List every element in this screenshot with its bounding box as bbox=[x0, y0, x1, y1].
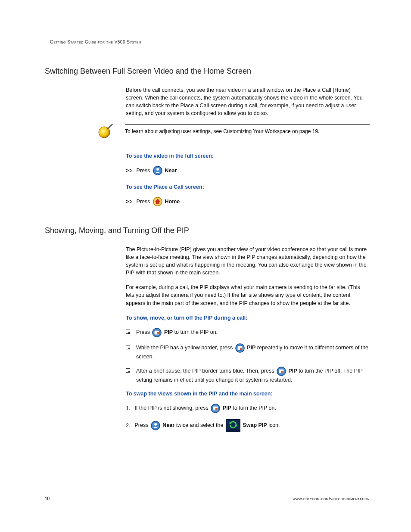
running-header: Getting Started Guide for the V500 Syste… bbox=[50, 40, 370, 44]
svg-rect-11 bbox=[240, 348, 242, 350]
pushpin-icon bbox=[97, 123, 114, 140]
task-heading-placecall: To see the Place a Call screen: bbox=[126, 183, 370, 191]
pip-paragraph-2: For example, during a call, the PIP disp… bbox=[126, 283, 370, 307]
pip-label: PIP bbox=[223, 405, 231, 411]
list-item: 2. Press Near twice and select the Swap … bbox=[126, 419, 370, 432]
svg-rect-14 bbox=[281, 371, 283, 373]
list-item: After a brief pause, the PIP border turn… bbox=[126, 367, 370, 384]
svg-point-2 bbox=[111, 124, 113, 125]
text: to turn the PIP on. bbox=[173, 329, 218, 335]
pip-button-icon bbox=[235, 343, 245, 353]
near-label: Near bbox=[162, 422, 174, 428]
note-callout: To learn about adjusting user settings, … bbox=[97, 124, 370, 140]
home-label: Home bbox=[165, 198, 180, 205]
near-label: Near bbox=[165, 167, 177, 174]
list-number: 1. bbox=[126, 404, 130, 413]
pip-paragraph-1: The Picture-in-Picture (PIP) gives you a… bbox=[126, 246, 370, 277]
checklist-pip: Press PIP to turn the PIP on. While the … bbox=[126, 328, 370, 384]
pip-button-icon bbox=[277, 367, 286, 376]
chevron-icon: >> bbox=[126, 167, 133, 174]
text: Press bbox=[134, 422, 149, 428]
svg-rect-8 bbox=[157, 332, 159, 334]
checkbox-icon bbox=[126, 330, 130, 334]
text: icon. bbox=[267, 422, 280, 428]
svg-point-19 bbox=[154, 423, 157, 426]
near-button-icon bbox=[151, 421, 160, 430]
swap-pip-label: Swap PIP bbox=[243, 422, 267, 428]
text: While the PIP has a yellow border, press bbox=[136, 345, 234, 351]
text: After a brief pause, the PIP border turn… bbox=[136, 368, 276, 374]
page-number: 10 bbox=[45, 496, 50, 501]
svg-point-4 bbox=[156, 168, 159, 171]
home-button-icon bbox=[153, 197, 162, 206]
note-text: To learn about adjusting user settings, … bbox=[125, 128, 319, 134]
numbered-list-swap: 1. If the PIP is not showing, press PIP … bbox=[126, 404, 370, 432]
svg-line-1 bbox=[108, 124, 112, 129]
intro-paragraph: Before the call connects, you see the ne… bbox=[126, 86, 370, 118]
press-label: Press bbox=[137, 198, 150, 205]
list-item: While the PIP has a yellow border, press… bbox=[126, 343, 370, 361]
list-item: 1. If the PIP is not showing, press PIP … bbox=[126, 404, 370, 413]
pip-label: PIP bbox=[247, 345, 255, 351]
footer-url: www.polycom.com/videodocumentation bbox=[293, 496, 370, 501]
step-near: >> Press Near. bbox=[126, 166, 370, 175]
chevron-icon: >> bbox=[126, 198, 133, 205]
pip-label: PIP bbox=[289, 368, 297, 374]
task-heading-pip-swap: To swap the views shown in the PIP and t… bbox=[126, 390, 370, 398]
section-heading-fullscreen: Switching Between Full Screen Video and … bbox=[45, 67, 370, 76]
pip-button-icon bbox=[152, 328, 162, 337]
near-button-icon bbox=[153, 166, 162, 175]
text: twice and select the bbox=[174, 422, 225, 428]
swap-pip-icon bbox=[226, 419, 240, 432]
text: to turn the PIP on. bbox=[231, 405, 276, 411]
text: Press bbox=[136, 329, 151, 335]
checkbox-icon bbox=[126, 368, 130, 373]
checkbox-icon bbox=[126, 345, 130, 349]
svg-rect-17 bbox=[215, 408, 218, 410]
pip-button-icon bbox=[211, 404, 220, 413]
text: If the PIP is not showing, press bbox=[134, 405, 210, 411]
press-label: Press bbox=[137, 167, 150, 174]
step-home: >> Press Home. bbox=[126, 197, 370, 206]
list-item: Press PIP to turn the PIP on. bbox=[126, 328, 370, 337]
section-heading-pip: Showing, Moving, and Turning Off the PIP bbox=[45, 226, 370, 235]
list-number: 2. bbox=[126, 421, 130, 430]
task-heading-pip-show: To show, move, or turn off the PIP durin… bbox=[126, 314, 370, 322]
pip-label: PIP bbox=[164, 329, 173, 335]
task-heading-fullscreen: To see the video in the full screen: bbox=[126, 152, 370, 160]
